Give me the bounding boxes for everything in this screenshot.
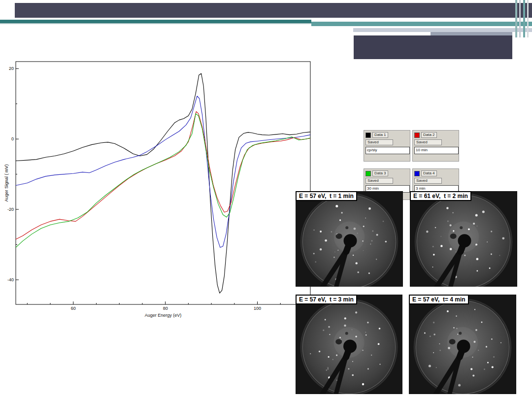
leed-image-label: E = 57 eV, t = 1 min (296, 191, 357, 201)
data-panel-header: Data 3 (366, 170, 408, 176)
banner-teal-bar-right (311, 22, 532, 26)
series-label-button[interactable]: Data 3 (372, 170, 388, 176)
slide-canvas: 6080100200-20-40Auger Energy (eV)Auger S… (0, 0, 532, 399)
auger-chart: 6080100200-20-40Auger Energy (eV)Auger S… (3, 58, 321, 321)
svg-text:Auger Signal ( mV): Auger Signal ( mV) (4, 164, 9, 201)
series-label-button[interactable]: Data 2 (421, 132, 437, 138)
banner-dark-bar (15, 3, 532, 18)
saved-status: Saved (366, 178, 393, 184)
series-label-button[interactable]: Data 1 (372, 132, 388, 138)
data-panel-2: Data 2 Saved 10 min (412, 130, 459, 162)
series-color-swatch (414, 133, 420, 138)
leed-image-label: E = 57 eV, t = 3 min (296, 295, 357, 304)
svg-text:20: 20 (9, 66, 14, 71)
saved-status: Saved (414, 178, 442, 184)
leed-pattern (296, 191, 403, 287)
banner-teal-underline (0, 23, 311, 24)
data-panel-1: Data 1 Saved cp/sly (364, 130, 410, 162)
leed-pattern (410, 191, 517, 287)
data-panel-header: Data 2 (414, 132, 457, 138)
banner-teal-bar-left (0, 20, 311, 23)
leed-image-1: E = 57 eV, t = 1 min (296, 191, 403, 287)
svg-text:0: 0 (11, 136, 14, 141)
leed-image-2: E = 61 eV, t = 2 min (410, 191, 517, 287)
leed-image-3: E = 57 eV, t = 3 min (296, 295, 402, 394)
svg-text:80: 80 (163, 306, 168, 311)
data-panel-header: Data 1 (366, 132, 408, 138)
svg-text:-20: -20 (7, 207, 14, 212)
saved-status: Saved (414, 139, 442, 145)
auger-chart-plot: 6080100200-20-40Auger Energy (eV)Auger S… (3, 58, 321, 321)
data-panel-header: Data 4 (414, 170, 457, 176)
leed-pattern (296, 295, 402, 394)
svg-text:Auger Energy (eV): Auger Energy (eV) (145, 313, 182, 318)
leed-image-4: E = 57 eV, t= 4 min (409, 295, 516, 394)
series-color-swatch (366, 133, 371, 138)
note-input[interactable]: cp/sly (366, 147, 410, 154)
banner-vertical-stripe (527, 0, 529, 37)
banner-vertical-stripe (523, 0, 525, 37)
svg-text:-40: -40 (7, 277, 14, 282)
leed-pattern (409, 295, 516, 394)
title-box (354, 35, 512, 59)
svg-text:100: 100 (254, 306, 261, 311)
data-panel-group: Data 1 Saved cp/sly Data 2 Saved 10 min … (364, 130, 460, 200)
series-color-swatch (414, 171, 420, 176)
banner-vertical-stripe (515, 0, 517, 37)
note-input[interactable]: 10 min (414, 147, 459, 154)
leed-image-label: E = 57 eV, t= 4 min (409, 295, 469, 304)
series-label-button[interactable]: Data 4 (421, 170, 437, 176)
saved-status: Saved (366, 139, 393, 145)
banner-light-bar (353, 28, 532, 32)
leed-image-label: E = 61 eV, t = 2 min (410, 191, 471, 201)
svg-text:60: 60 (71, 306, 76, 311)
banner-vertical-stripe (519, 0, 521, 37)
series-color-swatch (366, 171, 371, 176)
